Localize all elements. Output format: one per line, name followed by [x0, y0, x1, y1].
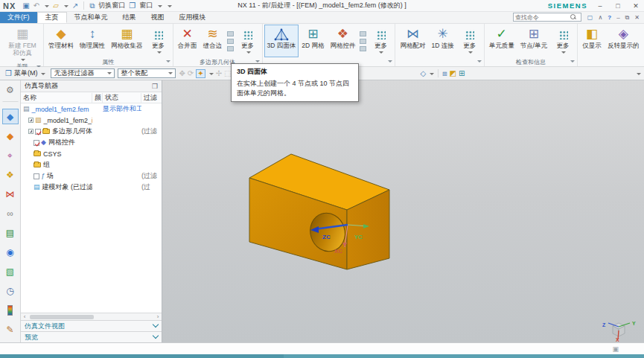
group-dialog-icon[interactable]	[570, 60, 575, 65]
show-only-button[interactable]: ◧ 仅显示	[579, 25, 605, 57]
switch-window-button[interactable]: 切换窗口	[98, 1, 125, 10]
mesh-small-buttons[interactable]	[358, 25, 368, 57]
palettes-button[interactable]: ▧	[2, 263, 19, 279]
element-quality-button[interactable]: ✓ 单元质量	[486, 25, 517, 57]
mesh-more-button[interactable]: 更多	[368, 25, 393, 57]
open-icon[interactable]: ▱	[53, 2, 59, 10]
color-legend-button[interactable]	[2, 302, 19, 318]
restore-ribbon-icon[interactable]: ▢	[587, 14, 593, 21]
tree-row-part[interactable]: ▧ _model1_fem2_i.prt	[21, 115, 162, 126]
search-input[interactable]	[515, 14, 570, 21]
simulation-file-view-section[interactable]: 仿真文件视图	[21, 320, 162, 331]
checkbox-checked[interactable]	[35, 129, 41, 135]
web-browser-button[interactable]: ◉	[2, 244, 19, 260]
selection-scope-combo[interactable]: 整个装配	[118, 68, 176, 78]
object-display-icon[interactable]: ◩	[450, 70, 456, 77]
qat-overflow-icon[interactable]	[168, 5, 172, 10]
doc-restore-icon[interactable]: ⧉	[625, 14, 630, 22]
snap-options-caret-icon[interactable]	[430, 73, 434, 77]
horizontal-scrollbar[interactable]: ‹ ›	[21, 313, 162, 320]
1d-connection-button[interactable]: ✳ 1D 连接	[428, 25, 456, 57]
toolbar-overflow-icon[interactable]	[637, 73, 641, 77]
simulation-navigator-button[interactable]: ◆	[2, 109, 19, 124]
minimize-ribbon-icon[interactable]: ∧	[598, 14, 602, 21]
constraint-navigator-button[interactable]: ⌖	[2, 147, 19, 163]
window-menu-button[interactable]: 窗口	[139, 1, 153, 10]
reuse-library-button[interactable]: ▤	[2, 225, 19, 240]
menu-button[interactable]: ❒ 菜单(M)	[3, 68, 48, 78]
node-element-info-button[interactable]: ⊞ 节点/单元	[517, 25, 550, 57]
tab-home[interactable]: 主页	[37, 12, 67, 23]
panel-window-icon[interactable]: ❐	[152, 83, 158, 90]
tree-row-mesh-control[interactable]: ◆ 网格控件	[21, 137, 162, 148]
graphics-window[interactable]: ZC YC XC Z Y X	[162, 80, 644, 342]
minimize-button[interactable]: –	[595, 2, 605, 10]
stitch-edge-button[interactable]: ≋ 缝合边	[200, 25, 226, 57]
post-processing-navigator-button[interactable]: ◆	[2, 128, 19, 144]
selection-filter-combo[interactable]: 无选择过滤器	[51, 68, 115, 78]
3d-tetrahedral-button[interactable]: 3D 四面体	[264, 25, 299, 57]
window-icon[interactable]: ❐	[129, 2, 136, 10]
window-caret-icon[interactable]	[158, 5, 162, 10]
tool-icon[interactable]: ✢	[216, 70, 222, 77]
scroll-left-icon[interactable]: ‹	[21, 313, 28, 320]
polygon-more-button[interactable]: 更多	[235, 25, 261, 57]
tree-row-polygon-geometry[interactable]: 多边形几何体 (过滤	[21, 126, 162, 137]
check-info-more-button[interactable]: 更多	[550, 25, 576, 57]
physical-properties-button[interactable]: ↕ 物理属性	[77, 25, 108, 57]
connections-more-button[interactable]: 更多	[457, 25, 482, 57]
status-cube-icon[interactable]: ▣	[612, 345, 619, 353]
doc-close-icon[interactable]: ✕	[634, 14, 640, 21]
2d-mesh-button[interactable]: ⊞ 2D 网格	[299, 25, 327, 57]
manage-materials-button[interactable]: ◆ 管理材料	[45, 25, 77, 57]
grid-icon[interactable]: ⊞	[459, 70, 465, 77]
tab-file[interactable]: 文件(F)	[0, 12, 37, 23]
tree-row-groups[interactable]: 组	[21, 159, 162, 170]
scroll-right-icon[interactable]: ›	[154, 313, 162, 320]
expand-icon[interactable]	[28, 118, 34, 123]
preview-section[interactable]: 预览	[21, 331, 162, 342]
undo-caret-icon[interactable]	[45, 5, 49, 10]
snap-point-active-icon[interactable]: ✦	[196, 69, 205, 78]
save-icon[interactable]: ▣	[22, 2, 29, 10]
connection-navigator-button[interactable]: ∞	[2, 205, 19, 221]
roles-button[interactable]: ✎	[2, 322, 19, 337]
snap-point-caret-icon[interactable]	[209, 73, 214, 77]
tab-application[interactable]: 应用模块	[172, 12, 214, 23]
doc-minimize-icon[interactable]: –	[616, 14, 619, 21]
mesh-mating-button[interactable]: ⋈ 网格配对	[397, 25, 428, 57]
refresh-tool-icon[interactable]: ⟳	[188, 70, 194, 77]
snap-options-icon[interactable]: ◇	[420, 70, 426, 77]
history-button[interactable]: ◷	[2, 283, 19, 298]
motion-navigator-button[interactable]: ⋈	[2, 186, 19, 202]
help-icon[interactable]: ?	[608, 14, 611, 21]
resource-settings-button[interactable]: ⚙	[2, 83, 19, 102]
tree-row-fields[interactable]: ƒ 场 (过滤	[21, 170, 162, 182]
checkbox-checked[interactable]	[34, 140, 39, 146]
group-dialog-icon[interactable]	[388, 60, 392, 65]
scrollbar-thumb[interactable]	[30, 315, 94, 319]
undo-icon[interactable]: ↶	[34, 2, 39, 10]
group-dialog-icon[interactable]	[166, 60, 170, 65]
mesh-collector-button[interactable]: ▦ 网格收集器	[108, 25, 146, 57]
tree-row-fem-file[interactable]: ▤ _model1_fem2.fem 显示部件和工...	[21, 103, 162, 115]
invert-shown-button[interactable]: ◈ 反转显示的	[605, 25, 643, 57]
tree-row-modeling-objects[interactable]: ▤ 建模对象 (已过滤) (过	[21, 182, 162, 193]
open-caret-icon[interactable]	[64, 5, 68, 10]
close-button[interactable]: ✕	[631, 2, 641, 10]
fem-navigator-button[interactable]: ❖	[2, 167, 19, 182]
move-object-icon[interactable]: ⧈	[442, 70, 447, 77]
new-fem-simulation-button[interactable]: ▦ 新建 FEM 和仿真	[3, 25, 42, 63]
display-part-link[interactable]: 显示部件和工...	[103, 104, 141, 114]
command-search[interactable]	[513, 13, 581, 22]
search-icon[interactable]	[570, 14, 576, 20]
navigator-column-header[interactable]: 名称 颜 状态 过滤	[21, 92, 162, 103]
checkbox-unchecked[interactable]	[34, 173, 39, 179]
mesh-control-button[interactable]: ❖ 网格控件	[327, 25, 358, 57]
merge-face-button[interactable]: ✕ 合并面	[175, 25, 200, 57]
share-icon[interactable]: ↗	[72, 2, 78, 10]
tab-nodes-elements[interactable]: 节点和单元	[67, 12, 115, 23]
expand-icon[interactable]	[28, 129, 34, 134]
properties-more-button[interactable]: 更多	[146, 25, 171, 57]
tab-view[interactable]: 视图	[144, 12, 172, 23]
